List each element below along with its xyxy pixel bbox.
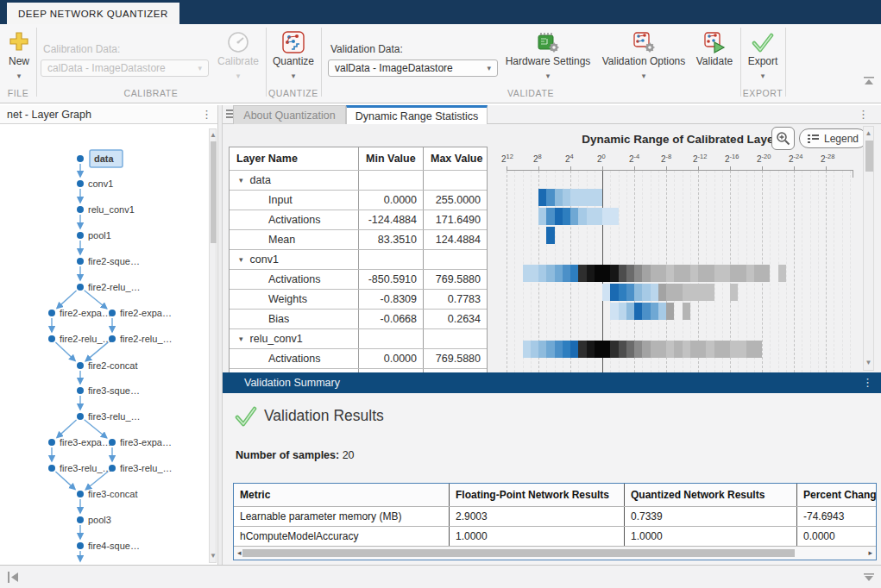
calibrate-button-label: Calibrate [212,55,264,67]
scroll-down-icon[interactable]: ▼ [210,553,216,560]
layer-node[interactable] [77,413,84,420]
layer-node[interactable] [109,465,116,472]
layer-node[interactable] [77,232,84,239]
histogram-bin [555,265,563,282]
toolstrip-tab-active[interactable]: DEEP NETWORK QUANTIZER [7,3,179,24]
layer-node[interactable] [109,439,116,446]
export-button[interactable]: Export ▾ [744,31,782,86]
layer-node-label[interactable]: fire3-expa… [120,437,172,447]
column-header[interactable]: Metric [234,484,450,506]
validation-summary-menu-icon[interactable]: ⋮ [862,377,873,388]
layer-node-label[interactable]: fire3-concat [88,489,137,499]
layer-node[interactable] [77,180,84,187]
min-value: -0.0668 [359,310,424,328]
hardware-settings-button[interactable]: Hardware Settings ▾ [504,31,592,86]
statistics-vscroll-thumb[interactable] [865,141,873,172]
layer-graph-vscrollbar[interactable]: ▲ ▼ [209,128,217,563]
layer-node-label[interactable]: fire2-concat [88,360,137,371]
collapse-ribbon-icon[interactable] [863,76,875,86]
metric-row[interactable]: hComputeModelAccuracy1.00001.00000.0000 [234,527,876,547]
layer-stat-row[interactable]: Activations-124.4884171.6490 [230,210,487,230]
layer-graph-canvas[interactable]: dataconv1relu_conv1pool1fire2-sque…fire2… [0,125,217,565]
layer-node-label[interactable]: fire2-relu_… [60,334,112,344]
layer-node-label[interactable]: fire3-relu_… [88,411,141,422]
layer-node[interactable] [77,491,84,497]
calibrate-button[interactable]: Calibrate ▾ [217,31,259,86]
layer-node[interactable] [48,310,55,316]
layer-node[interactable] [48,439,55,446]
new-button[interactable]: New ▾ [3,31,35,86]
layer-node-label[interactable]: conv1 [88,178,113,189]
hscroll-thumb[interactable] [242,549,795,557]
layer-node[interactable] [48,335,55,342]
layer-node-label[interactable]: fire2-expa… [60,308,111,318]
layer-node-label[interactable]: fire3-expa… [60,437,111,447]
scroll-left-icon[interactable]: ◂ [237,548,242,557]
layer-node[interactable] [48,465,55,472]
tab-dynamic-range-statistics[interactable]: Dynamic Range Statistics [346,105,488,124]
layer-node-label[interactable]: fire3-relu_… [120,463,173,473]
layer-node-label[interactable]: fire2-expa… [120,308,172,318]
tab-about-quantization[interactable]: About Quantization [233,105,346,124]
metric-row[interactable]: Learnable parameter memory (MB)2.90030.7… [234,507,876,527]
document-tab-menu-icon[interactable]: ⋮ [858,109,869,120]
column-header[interactable]: Percent Change [797,484,876,506]
row-collapse-caret[interactable]: ▾ [239,176,243,185]
validation-table-hscrollbar[interactable]: ◂▸ [234,547,876,560]
layer-node-label[interactable]: data [94,153,115,164]
layer-stat-row[interactable]: Activations-850.5910769.5880 [230,270,487,290]
layer-node-label[interactable]: fire2-sque… [88,256,140,266]
layer-node[interactable] [77,362,84,369]
layer-stat-row[interactable]: Bias-0.06680.2634 [230,310,487,329]
histogram-bin [570,189,578,206]
layer-node-label[interactable]: fire2-relu_… [120,334,173,344]
layer-node[interactable] [77,387,84,394]
layer-stat-row[interactable]: Activations0.0000769.5880 [230,349,487,369]
layer-node[interactable] [77,284,84,291]
layer-node[interactable] [109,335,116,342]
column-header[interactable]: Floating-Point Network Results [450,484,625,506]
layer-node-label[interactable]: pool1 [88,230,111,241]
layer-node-label[interactable]: fire3-relu_… [60,463,112,473]
layer-group-row[interactable]: ▾conv1 [230,250,487,270]
layer-graph-menu-icon[interactable]: ⋮ [201,109,212,120]
layer-node-label[interactable]: pool3 [88,515,111,525]
statistics-vscrollbar[interactable]: ▲ ▼ [863,126,874,371]
row-collapse-caret[interactable]: ▾ [239,255,243,264]
validation-summary-bar[interactable]: Validation Summary ⋮ [223,372,881,393]
layer-node[interactable] [77,542,84,549]
layer-stat-row[interactable]: Mean83.3510124.4884 [230,230,487,250]
layer-node-label[interactable]: fire3-sque… [88,385,140,396]
collapse-left-panel-icon[interactable] [7,572,20,583]
collapse-bottom-panel-icon[interactable] [863,572,875,583]
layer-node[interactable] [77,258,84,265]
calibration-data-combobox[interactable]: calData - ImageDatastore ▾ [41,59,209,77]
scroll-down-icon[interactable]: ▼ [864,360,873,366]
column-header[interactable]: Quantized Network Results [625,484,797,506]
layer-stat-row[interactable]: Weights-0.83090.7783 [230,290,487,310]
layer-node-label[interactable]: fire2-relu_… [88,282,141,292]
row-collapse-caret[interactable]: ▾ [239,335,243,343]
layer-edge [57,291,77,309]
histogram-bin [555,189,563,206]
validation-data-combobox[interactable]: valData - ImageDatastore ▾ [328,59,498,77]
layer-node[interactable] [109,310,116,316]
column-header[interactable]: Max Value [424,147,487,170]
layer-group-row[interactable]: ▾relu_conv1 [230,329,487,349]
layer-node[interactable] [77,155,84,162]
scroll-up-icon[interactable]: ▲ [864,130,873,137]
layer-stat-row[interactable]: Input0.0000255.0000 [230,191,487,210]
layer-node[interactable] [77,516,84,523]
layer-graph-vscroll-thumb[interactable] [211,141,217,243]
validation-options-button[interactable]: Validation Options ▾ [599,31,689,86]
validate-button[interactable]: Validate [694,31,735,86]
scroll-right-icon[interactable]: ▸ [868,548,872,557]
layer-group-row[interactable]: ▾data [230,171,487,191]
column-header[interactable]: Min Value [359,147,424,170]
layer-node-label[interactable]: relu_conv1 [88,204,135,215]
scroll-up-icon[interactable]: ▲ [210,132,216,139]
layer-node-label[interactable]: fire4-sque… [88,541,140,551]
quantize-button[interactable]: Quantize ▾ [271,31,316,86]
column-header[interactable]: Layer Name [230,147,359,170]
layer-node[interactable] [77,206,84,213]
